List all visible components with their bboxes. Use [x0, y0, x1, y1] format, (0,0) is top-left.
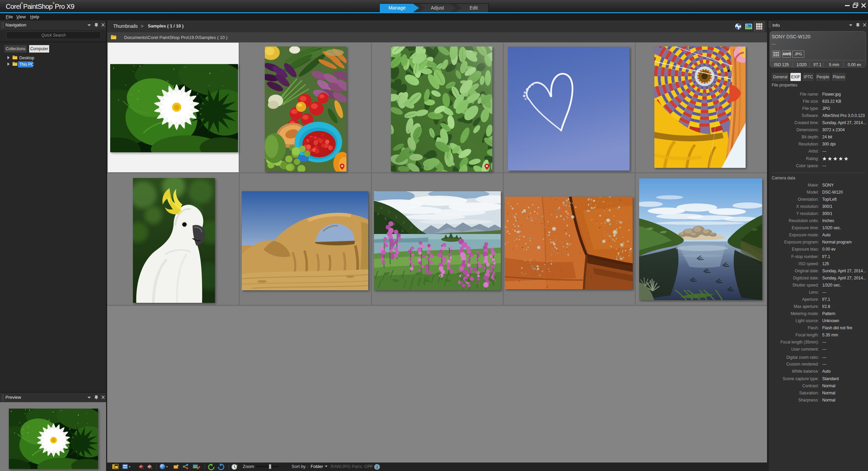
svg-text:i: i [376, 465, 378, 470]
